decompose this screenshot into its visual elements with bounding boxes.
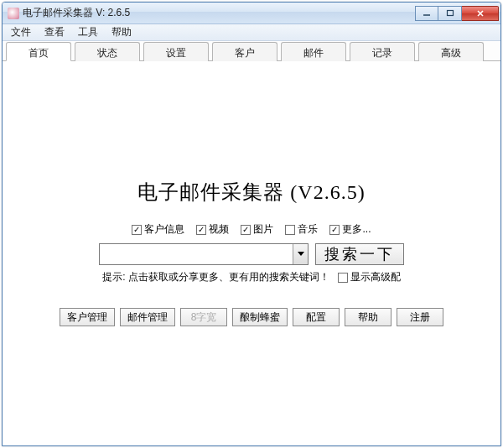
filter-check-label: 音乐 [298,222,318,237]
checkbox-icon: ✓ [196,225,206,235]
search-input[interactable] [100,244,293,264]
combo-drop-button[interactable] [293,244,308,264]
filter-check-label: 图片 [253,222,273,237]
filter-check-1[interactable]: ✓视频 [196,222,229,237]
tab-4[interactable]: 邮件 [281,42,346,61]
filter-check-3[interactable]: 音乐 [285,222,318,237]
hint-row: 提示: 点击获取或分享更多、更有用的搜索关键词！ 显示高级配 [59,270,444,284]
tab-3[interactable]: 客户 [212,42,277,61]
minimize-icon [423,9,431,18]
maximize-icon [446,9,454,18]
minimize-button[interactable] [415,6,438,21]
menu-help[interactable]: 帮助 [105,23,138,41]
tab-6[interactable]: 高级 [418,42,484,61]
filter-check-0[interactable]: ✓客户信息 [132,222,184,237]
tabstrip: 首页状态设置客户邮件记录高级 [3,41,500,61]
menubar: 文件 查看 工具 帮助 [3,24,500,41]
make-honey-button[interactable]: 酿制蜂蜜 [232,308,288,326]
advanced-config-check[interactable]: 显示高级配 [338,270,401,284]
titlebar[interactable]: 电子邮件采集器 V: 2.6.5 [3,3,500,24]
hint-text: 提示: 点击获取或分享更多、更有用的搜索关键词！ [102,270,329,284]
content-area: 电子邮件采集器 (V2.6.5) ✓客户信息✓视频✓图片音乐✓更多... 搜索一… [3,61,500,445]
tab-0[interactable]: 首页 [6,42,71,61]
checkbox-icon: ✓ [241,225,251,235]
tab-5[interactable]: 记录 [350,42,415,61]
checkbox-icon [338,273,348,283]
customer-manage-button[interactable]: 客户管理 [60,308,115,326]
app-icon [8,8,19,19]
close-button[interactable] [462,6,499,21]
window-title: 电子邮件采集器 V: 2.6.5 [23,6,415,20]
search-combo[interactable] [99,243,309,265]
action-buttons: 客户管理邮件管理8字宽酿制蜂蜜配置帮助注册 [59,308,444,326]
filter-check-label: 客户信息 [144,222,184,237]
home-panel: 电子邮件采集器 (V2.6.5) ✓客户信息✓视频✓图片音乐✓更多... 搜索一… [59,179,444,326]
mail-manage-button[interactable]: 邮件管理 [120,308,175,326]
window-controls [415,6,499,21]
checkbox-icon [285,225,295,235]
filter-check-2[interactable]: ✓图片 [241,222,273,237]
maximize-button[interactable] [438,6,462,21]
app-title: 电子邮件采集器 (V2.6.5) [59,179,444,206]
search-button[interactable]: 搜索一下 [315,243,404,265]
checkbox-icon: ✓ [329,225,340,235]
tab-1[interactable]: 状态 [75,42,140,61]
checkbox-icon: ✓ [132,225,142,235]
menu-tools[interactable]: 工具 [71,23,105,41]
filter-checks: ✓客户信息✓视频✓图片音乐✓更多... [59,222,444,237]
menu-file[interactable]: 文件 [4,23,38,41]
search-row: 搜索一下 [59,243,444,265]
advanced-config-label: 显示高级配 [350,270,401,284]
help-button[interactable]: 帮助 [345,308,392,326]
register-button[interactable]: 注册 [397,308,443,326]
close-icon [476,9,485,18]
chevron-down-icon [298,252,304,257]
app-window: 电子邮件采集器 V: 2.6.5 文件 查看 工具 帮助 首页状态设置客户邮件记… [2,2,501,446]
config-button[interactable]: 配置 [293,308,340,326]
filter-check-4[interactable]: ✓更多... [329,222,371,237]
width8-button: 8字宽 [180,308,227,326]
menu-view[interactable]: 查看 [38,23,71,41]
tab-2[interactable]: 设置 [143,42,209,61]
filter-check-label: 视频 [209,222,229,237]
filter-check-label: 更多... [342,222,371,237]
svg-marker-4 [298,252,304,256]
svg-rect-1 [447,10,453,15]
